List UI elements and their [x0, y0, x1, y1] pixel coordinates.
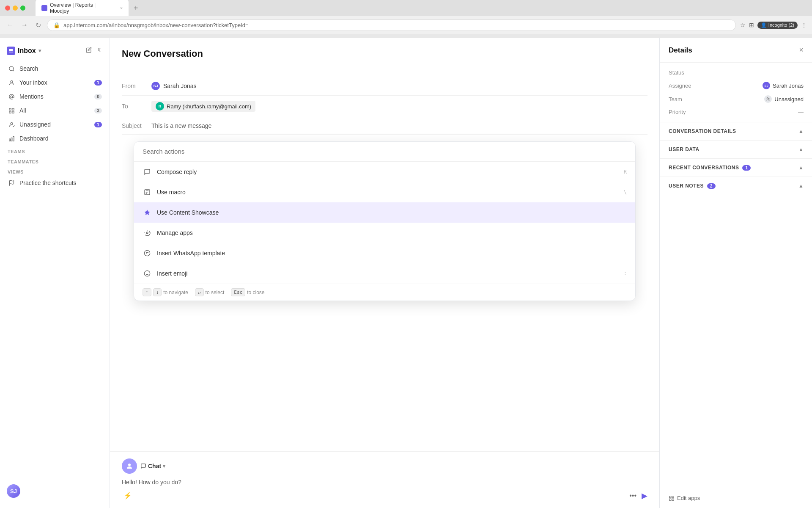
address-bar[interactable]: 🔒 app.intercom.com/a/inbox/nnsgmgob/inbo… — [47, 19, 736, 31]
forward-button[interactable]: → — [19, 19, 30, 30]
reload-button[interactable]: ↻ — [34, 19, 43, 31]
sidebar-item-unassigned[interactable]: Unassigned 1 — [3, 118, 106, 131]
user-avatar[interactable]: SJ — [7, 484, 20, 498]
details-close-button[interactable]: × — [799, 46, 804, 55]
practice-label: Practice the shortcuts — [19, 179, 102, 186]
sidebar-item-all[interactable]: All 3 — [3, 104, 106, 117]
sidebar-item-practice[interactable]: Practice the shortcuts — [3, 176, 106, 190]
chat-header: Chat ▾ — [122, 458, 647, 474]
recent-conversations-header[interactable]: RECENT CONVERSATIONS 1 ▲ — [669, 165, 804, 171]
teammates-section-label: TEAMMATES — [3, 156, 106, 166]
app-container: Inbox ▾ Search — [0, 38, 812, 508]
practice-icon — [8, 179, 15, 187]
up-arrow-key: ↑ — [143, 288, 151, 296]
sidebar: Inbox ▾ Search — [0, 38, 110, 508]
bookmark-icon[interactable]: ☆ — [740, 22, 746, 28]
back-button[interactable]: ← — [5, 19, 15, 30]
compose-button[interactable] — [86, 47, 93, 55]
search-actions-input[interactable] — [143, 148, 627, 155]
user-data-chevron: ▲ — [798, 146, 804, 152]
svg-rect-3 — [9, 108, 11, 110]
all-badge: 3 — [94, 108, 102, 113]
more-options-icon[interactable]: ⋮ — [801, 22, 807, 28]
user-data-label: USER DATA — [669, 146, 700, 152]
action-item-whatsapp[interactable]: Insert WhatsApp template — [134, 243, 635, 263]
action-item-compose[interactable]: Compose reply R — [134, 162, 635, 182]
browser-actions: ☆ ⊞ 👤 Incognito (2) ⋮ — [740, 22, 807, 29]
sidebar-item-your-inbox[interactable]: Your inbox 1 — [3, 76, 106, 89]
showcase-label: Use Content Showcase — [157, 209, 622, 216]
search-modal-input-row — [134, 142, 635, 162]
new-tab-button[interactable]: + — [130, 2, 142, 14]
manage-apps-label: Manage apps — [157, 229, 627, 236]
lightning-button[interactable]: ⚡ — [122, 490, 134, 501]
tab-close-button[interactable]: × — [120, 6, 123, 11]
dashboard-icon — [8, 135, 15, 142]
inbox-title: Inbox — [18, 47, 36, 55]
chat-input[interactable] — [137, 492, 624, 499]
edit-apps-label: Edit apps — [677, 495, 700, 501]
chat-send-button[interactable]: ▶ — [642, 491, 647, 500]
views-section-label: VIEWS — [3, 166, 106, 176]
assignee-value: SJ Sarah Jonas — [763, 82, 804, 89]
active-tab[interactable]: Overview | Reports | Moodjoy × — [36, 0, 129, 17]
sidebar-item-mentions[interactable]: Mentions 0 — [3, 90, 106, 103]
svg-point-0 — [9, 66, 13, 70]
close-window-button[interactable] — [5, 6, 10, 11]
user-notes-header[interactable]: USER NOTES 2 ▲ — [669, 183, 804, 189]
status-row: Status — — [669, 69, 804, 76]
mentions-label: Mentions — [19, 93, 90, 100]
collapse-sidebar-button[interactable] — [96, 47, 103, 55]
svg-rect-6 — [12, 111, 14, 113]
conversation-details-header[interactable]: CONVERSATION DETAILS ▲ — [669, 128, 804, 134]
inbox-chevron[interactable]: ▾ — [38, 48, 41, 54]
details-panel: Details × Status — Assignee SJ Sarah Jon… — [660, 38, 812, 508]
recipient-tag[interactable]: R Ramy (khuffash.ramy@gmail.com) — [151, 101, 255, 112]
chat-more-options[interactable]: ••• — [628, 490, 638, 501]
action-item-emoji[interactable]: Insert emoji : — [134, 263, 635, 284]
team-icon — [764, 95, 772, 103]
user-notes-badge: 2 — [707, 183, 716, 189]
sidebar-title: Inbox ▾ — [7, 47, 41, 55]
svg-point-13 — [146, 232, 148, 234]
edit-apps-button[interactable]: Edit apps — [669, 495, 804, 501]
navigate-hint: ↑ ↓ to navigate — [143, 288, 188, 296]
chat-section: Chat ▾ Hello! How do you do? ⚡ ••• ▶ — [110, 451, 659, 508]
select-hint: ↵ to select — [195, 288, 224, 296]
action-item-showcase[interactable]: Use Content Showcase — [134, 202, 635, 223]
sidebar-header-actions — [86, 47, 103, 55]
details-bottom: Edit apps — [660, 488, 812, 508]
priority-row: Priority — — [669, 109, 804, 115]
team-label: Team — [669, 96, 682, 102]
subject-row: Subject This is a new message — [122, 117, 647, 135]
browser-titlebar: Overview | Reports | Moodjoy × + — [0, 0, 812, 16]
sidebar-item-dashboard[interactable]: Dashboard — [3, 132, 106, 145]
compose-reply-label: Compose reply — [157, 168, 619, 175]
modal-footer: ↑ ↓ to navigate ↵ to select Esc to close — [134, 284, 635, 301]
to-label: To — [122, 103, 151, 110]
chat-type-chevron[interactable]: ▾ — [163, 464, 165, 469]
unassigned-label: Unassigned — [19, 121, 90, 128]
assignee-avatar: SJ — [763, 82, 770, 89]
chat-toolbar: ⚡ ••• ▶ — [122, 490, 647, 501]
actions-modal-container: Compose reply R Use macro \ — [122, 135, 647, 308]
svg-rect-10 — [13, 136, 14, 141]
svg-point-20 — [768, 98, 770, 99]
conversation-details-label: CONVERSATION DETAILS — [669, 128, 736, 134]
action-item-macro[interactable]: Use macro \ — [134, 182, 635, 202]
inbox-icon — [7, 47, 15, 55]
extensions-icon[interactable]: ⊞ — [749, 22, 754, 28]
svg-point-2 — [11, 96, 13, 98]
tab-bar: Overview | Reports | Moodjoy × + — [36, 0, 142, 17]
minimize-window-button[interactable] — [13, 6, 18, 11]
subject-text[interactable]: This is a new message — [151, 122, 211, 129]
page-title: New Conversation — [122, 48, 647, 59]
maximize-window-button[interactable] — [20, 6, 25, 11]
action-item-manage-apps[interactable]: Manage apps — [134, 223, 635, 243]
teams-section-label: TEAMS — [3, 146, 106, 156]
emoji-label: Insert emoji — [157, 270, 619, 277]
enter-key: ↵ — [195, 288, 204, 296]
user-data-header[interactable]: USER DATA ▲ — [669, 146, 804, 152]
your-inbox-badge: 1 — [94, 80, 102, 86]
sidebar-item-search[interactable]: Search — [3, 62, 106, 75]
